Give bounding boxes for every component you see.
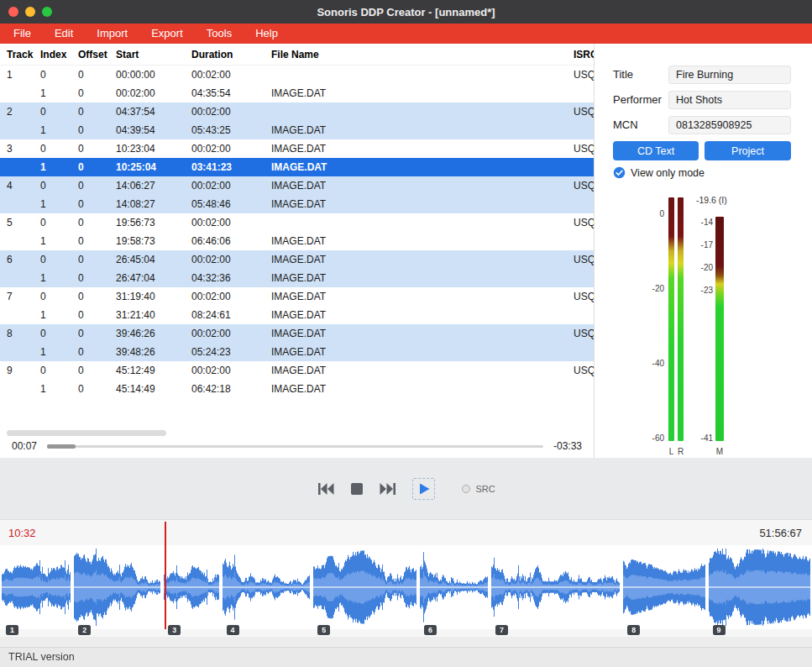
cell-track: 6 (0, 250, 34, 269)
stop-button[interactable] (350, 482, 364, 496)
meter-scale-label: -20 (639, 284, 664, 294)
cell-track (0, 158, 34, 176)
menu-help[interactable]: Help (244, 24, 290, 44)
table-row[interactable]: 1045:14:4906:42:18IMAGE.DAT (0, 380, 594, 398)
table-row[interactable]: 80039:46:2600:02:00IMAGE.DATUSQ (0, 324, 594, 343)
column-header-filename[interactable]: File Name (265, 44, 567, 65)
cell-offset: 0 (71, 306, 109, 324)
table-row[interactable]: 1019:58:7306:46:06IMAGE.DAT (0, 232, 594, 250)
column-header-track[interactable]: Track (0, 44, 34, 65)
app-window: Sonoris DDP Creator - [unnamed*] File Ed… (0, 0, 812, 667)
cell-file: IMAGE.DAT (265, 84, 567, 102)
seek-slider-handle[interactable] (47, 444, 76, 449)
menu-file[interactable]: File (2, 24, 43, 44)
waveform-cursor-time: 10:32 (8, 527, 36, 539)
title-input[interactable] (668, 66, 791, 84)
cell-isrc: USQ (567, 250, 594, 269)
table-row[interactable]: 1004:39:5405:43:25IMAGE.DAT (0, 121, 594, 139)
track-marker-badge: 3 (168, 625, 181, 635)
zoom-button[interactable] (42, 7, 52, 17)
cell-start: 19:56:73 (109, 213, 185, 232)
cell-file: IMAGE.DAT (265, 343, 567, 361)
skip-forward-button[interactable] (379, 481, 397, 496)
cell-file: IMAGE.DAT (265, 250, 567, 269)
cell-start: 14:08:27 (109, 195, 185, 213)
track-table-header: Track Index Offset Start Duration File N… (0, 44, 594, 66)
meter-scale-label: -41 (688, 433, 713, 444)
cell-offset: 0 (71, 343, 109, 361)
cd-text-button[interactable]: CD Text (613, 141, 699, 160)
cell-start: 39:48:26 (109, 343, 185, 361)
menu-edit[interactable]: Edit (43, 24, 85, 44)
table-row[interactable]: 10000:00:0000:02:00USQ (0, 66, 594, 84)
column-header-isrc[interactable]: ISRC (567, 44, 594, 65)
cell-index: 0 (34, 176, 71, 195)
cell-track: 1 (0, 66, 34, 84)
table-row[interactable]: 60026:45:0400:02:00IMAGE.DATUSQ (0, 250, 594, 269)
cell-index: 0 (34, 66, 71, 84)
horizontal-scrollbar-thumb[interactable] (7, 430, 166, 436)
cell-duration: 00:02:00 (185, 287, 265, 306)
cell-duration: 00:02:00 (185, 213, 265, 232)
table-row[interactable]: 1010:25:0403:41:23IMAGE.DAT (0, 158, 594, 176)
skip-back-button[interactable] (317, 481, 335, 496)
table-row[interactable]: 50019:56:7300:02:00USQ (0, 213, 594, 232)
cell-track: 9 (0, 361, 34, 380)
cell-index: 0 (34, 102, 71, 121)
table-row[interactable]: 1014:08:2705:48:46IMAGE.DAT (0, 195, 594, 213)
cell-duration: 05:48:46 (185, 195, 265, 213)
cell-file: IMAGE.DAT (265, 269, 567, 287)
src-label: SRC (475, 484, 495, 494)
minimize-button[interactable] (25, 7, 35, 17)
playhead[interactable] (165, 522, 166, 629)
cell-track: 4 (0, 176, 34, 195)
table-row[interactable]: 40014:06:2700:02:00IMAGE.DATUSQ (0, 176, 594, 195)
cell-file: IMAGE.DAT (265, 287, 567, 306)
play-button[interactable] (412, 478, 435, 500)
table-row[interactable]: 1031:21:4008:24:61IMAGE.DAT (0, 306, 594, 324)
menu-tools[interactable]: Tools (195, 24, 244, 44)
column-header-start[interactable]: Start (109, 44, 185, 65)
cell-isrc: USQ (567, 102, 594, 121)
view-only-toggle[interactable]: View only mode (613, 166, 705, 179)
waveform-display[interactable] (0, 545, 812, 629)
cell-start: 10:23:04 (109, 139, 185, 158)
cell-file: IMAGE.DAT (265, 121, 567, 139)
track-marker-badge: 4 (227, 625, 239, 635)
cell-duration: 00:02:00 (185, 361, 265, 380)
view-only-check-icon (613, 166, 626, 179)
project-button[interactable]: Project (705, 141, 791, 160)
cell-isrc (567, 380, 594, 398)
mcn-input[interactable] (668, 116, 791, 134)
performer-input[interactable] (668, 91, 791, 109)
cell-duration: 06:46:06 (185, 232, 265, 250)
menu-import[interactable]: Import (85, 24, 139, 44)
cell-start: 00:02:00 (109, 84, 185, 102)
table-row[interactable]: 1039:48:2605:24:23IMAGE.DAT (0, 343, 594, 361)
cell-isrc (567, 232, 594, 250)
menu-export[interactable]: Export (139, 24, 195, 44)
loudness-meter (715, 217, 724, 441)
track-marker-badge: 5 (317, 625, 330, 635)
cell-offset: 0 (71, 66, 109, 84)
seek-slider[interactable] (47, 445, 543, 448)
cell-isrc: USQ (567, 324, 594, 343)
track-marker-badge: 1 (6, 625, 18, 635)
table-row[interactable]: 30010:23:0400:02:00IMAGE.DATUSQ (0, 139, 594, 158)
src-toggle[interactable]: SRC (462, 484, 495, 494)
cell-offset: 0 (71, 84, 109, 102)
column-header-duration[interactable]: Duration (185, 44, 265, 65)
cell-offset: 0 (71, 195, 109, 213)
cell-index: 0 (34, 361, 71, 380)
cell-offset: 0 (71, 176, 109, 195)
cell-duration: 04:32:36 (185, 269, 265, 287)
table-row[interactable]: 1026:47:0404:32:36IMAGE.DAT (0, 269, 594, 287)
table-row[interactable]: 1000:02:0004:35:54IMAGE.DAT (0, 84, 594, 102)
column-header-offset[interactable]: Offset (71, 44, 109, 65)
column-header-index[interactable]: Index (34, 44, 71, 65)
cell-isrc: USQ (567, 176, 594, 195)
table-row[interactable]: 90045:12:4900:02:00IMAGE.DATUSQ (0, 361, 594, 380)
close-button[interactable] (8, 7, 18, 17)
table-row[interactable]: 20004:37:5400:02:00USQ (0, 102, 594, 121)
table-row[interactable]: 70031:19:4000:02:00IMAGE.DATUSQ (0, 287, 594, 306)
